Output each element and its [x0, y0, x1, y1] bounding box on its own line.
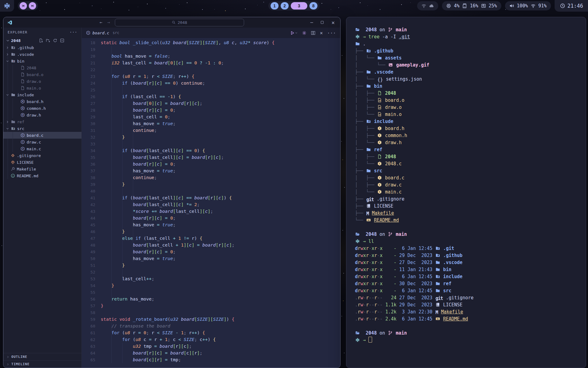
code-line-20: 20 bool has_move = false; [82, 53, 340, 59]
nav-back-button[interactable]: ← [100, 20, 102, 25]
split-editor-button[interactable] [311, 31, 315, 35]
terminal-body: 2048 on main → tree -a -I .git .├── .git… [346, 17, 586, 344]
code-line-52: 52 [82, 269, 340, 275]
folder-open-icon [355, 27, 360, 32]
media-prev-button[interactable] [20, 2, 27, 10]
svg-text:C: C [22, 141, 23, 143]
terminal-line: 2048 on main [355, 26, 586, 33]
explorer-item-board.c[interactable]: Cboard.c [3, 132, 81, 139]
chevron-right-icon [6, 355, 9, 358]
braces-icon: {} [377, 78, 383, 82]
explorer-item-include[interactable]: include [3, 91, 81, 98]
workspace-8[interactable]: 8 [310, 2, 318, 10]
code-line-18: 18static bool _slide_col(u32 board[SIZE]… [82, 39, 340, 46]
svg-text:C: C [379, 190, 380, 193]
timeline-section[interactable]: TIMELINE [3, 360, 81, 368]
explorer-item-main.c[interactable]: Cmain.c [3, 145, 81, 152]
media-next-button[interactable] [29, 2, 36, 10]
new-folder-button[interactable] [46, 38, 50, 43]
explorer-item-.gitignore[interactable]: .gitignore [3, 152, 81, 159]
minimize-button[interactable]: – [310, 20, 313, 25]
workspace-switcher: 1238 [269, 1, 320, 10]
code-editor[interactable]: 18static bool _slide_col(u32 board[SIZE]… [82, 38, 340, 368]
explorer-item-draw.c[interactable]: Cdraw.c [3, 139, 81, 145]
nixos-logo-tile[interactable] [0, 0, 14, 12]
book-icon [435, 302, 440, 307]
code-line-46: 46 } [82, 228, 340, 235]
close-editor-button[interactable]: × [320, 30, 323, 36]
explorer-item-ref[interactable]: ref [3, 118, 81, 125]
svg-text:10: 10 [379, 100, 381, 102]
tab-board-c[interactable]: C board.c src [86, 31, 119, 35]
editor-more-button[interactable]: ··· [327, 30, 336, 36]
explorer-item-bin[interactable]: bin [3, 58, 81, 64]
terminal-line: drwxr-xr-x - 6 Jan 12:45 src [355, 287, 586, 294]
code-line-55: 55 [82, 289, 340, 296]
code-line-41: 41 if (board[last_cell][c] == board[r][c… [82, 194, 340, 201]
explorer-item-README.md[interactable]: README.md [3, 172, 81, 179]
hex-h-icon: H [21, 99, 25, 104]
terminal-line: │ ├── 2048 [355, 90, 586, 97]
explorer-more-button[interactable]: ··· [70, 30, 77, 35]
svg-text:C: C [22, 134, 23, 136]
maximize-button[interactable] [320, 21, 324, 24]
code-line-47: 47 else if (last_cell + 1 != r) { [82, 235, 340, 242]
code-line-48: 48 board[last_cell + 1][c] = board[r][c]… [82, 242, 340, 248]
explorer-item-board.h[interactable]: Hboard.h [3, 98, 81, 105]
folder-gear-icon [366, 119, 371, 124]
refresh-explorer-button[interactable] [53, 38, 57, 43]
nav-forward-button[interactable]: → [107, 20, 110, 25]
explorer-item-draw.h[interactable]: Hdraw.h [3, 112, 81, 118]
hammer-icon [11, 167, 15, 171]
folder-icon [11, 93, 15, 97]
workspace-3[interactable]: 3 [291, 2, 307, 10]
outline-section[interactable]: OUTLINE [3, 353, 81, 360]
run-file-button[interactable] [290, 31, 298, 35]
explorer-item-common.h[interactable]: Hcommon.h [3, 105, 81, 112]
code-line-51: 51 } [82, 262, 340, 269]
disk-icon [481, 3, 486, 8]
code-line-27: 27 board[0][c] = board[r][c]; [82, 100, 340, 107]
code-line-57: 57} [82, 302, 340, 309]
explorer-root-folder[interactable]: 2048 [3, 37, 81, 44]
tab-dir-hint: src [113, 31, 119, 35]
explorer-item-main.o[interactable]: main.o [3, 85, 81, 91]
terminal-line: │ └── C 2048.c [355, 160, 586, 167]
command-search-box[interactable]: 2048 [115, 19, 244, 26]
terminal-line: . [355, 40, 586, 48]
weather-widget[interactable] [417, 1, 438, 10]
vscode-titlebar[interactable]: ← → 2048 – × [3, 17, 340, 28]
terminal-line: │ └── C main.c [355, 189, 586, 196]
explorer-item-.vscode[interactable]: .vscode [3, 51, 81, 58]
terminal-window[interactable]: 2048 on main → tree -a -I .git .├── .git… [346, 17, 586, 368]
explorer-item-board.o[interactable]: board.o [3, 71, 81, 78]
code-line-21: 21 i32 last_cell = board[0][c] == 0 ? -1… [82, 59, 340, 66]
explorer-item-.github[interactable]: .github [3, 44, 81, 51]
explorer-file-tree: .github.vscodebin2048board.odraw.omain.o… [3, 44, 81, 179]
explorer-item-2048[interactable]: 2048 [3, 64, 81, 71]
file-label: .vscode [17, 52, 34, 57]
wifi-icon [531, 3, 536, 8]
workspace-2[interactable]: 2 [281, 2, 289, 10]
file-label: LICENSE [17, 160, 34, 165]
hex-c-o-icon: C [21, 147, 25, 151]
code-line-36: 36 board[r][c] = 0; [82, 161, 340, 167]
explorer-item-src[interactable]: ()src [3, 125, 81, 132]
explorer-item-Makefile[interactable]: Makefile [3, 166, 81, 172]
code-line-64: 64 board[r][c] = board[c][r]; [82, 350, 340, 356]
folder-icon [11, 120, 15, 124]
explorer-item-LICENSE[interactable]: LICENSE [3, 159, 81, 166]
chev-d-icon [6, 93, 9, 97]
close-button[interactable]: × [331, 19, 335, 26]
code-line-26: 26 if (last_cell == -1) { [82, 93, 340, 100]
volume-icon [509, 3, 514, 8]
collapse-folders-button[interactable] [60, 38, 64, 43]
new-file-button[interactable] [39, 38, 43, 43]
workspace-1[interactable]: 1 [271, 2, 279, 10]
terminal-line: ├── include [355, 118, 586, 125]
settings-gear-button[interactable] [302, 31, 307, 35]
explorer-item-draw.o[interactable]: draw.o [3, 78, 81, 85]
clock-time: 21:46 [567, 3, 583, 9]
code-line-30: 30 has_move = true; [82, 120, 340, 127]
terminal-line: │ └── C draw.h [355, 139, 586, 146]
